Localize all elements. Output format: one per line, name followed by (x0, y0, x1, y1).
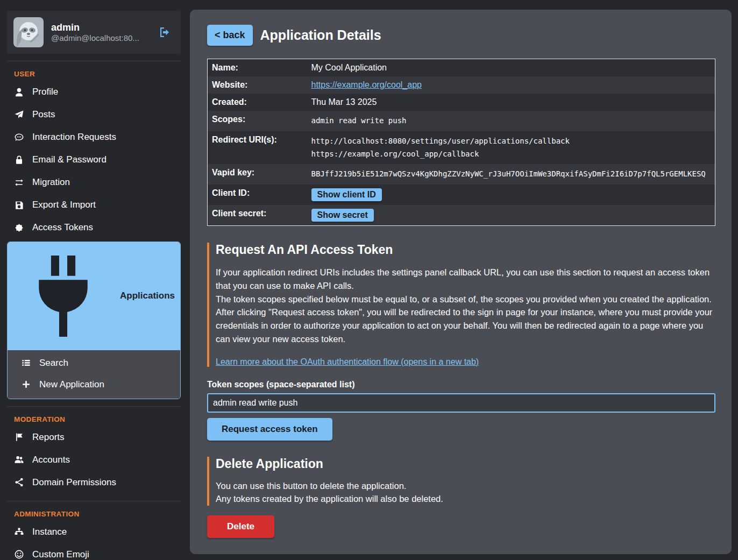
redirect-uri: http://localhost:8080/settings/user/appl… (311, 135, 711, 148)
delete-info-line: You can use this button to delete the ap… (216, 480, 715, 493)
sidebar-divider (7, 61, 181, 61)
sidebar-item-posts[interactable]: Posts (7, 103, 181, 126)
table-row-client-id: Client ID: Show client ID (208, 185, 715, 205)
sidebar-item-label: New Application (39, 379, 104, 390)
table-row-created: Created: Thu Mar 13 2025 (208, 94, 715, 111)
users-icon (14, 455, 24, 465)
lock-icon (14, 155, 24, 165)
user-card: admin @admin@localhost:80... (7, 11, 181, 54)
sidebar-item-domain-permissions[interactable]: Domain Permissions (7, 471, 181, 494)
show-secret-button[interactable]: Show secret (311, 209, 374, 222)
sidebar-item-label: Accounts (32, 455, 70, 465)
plus-icon (21, 379, 31, 389)
table-row-vapid-key: Vapid key: BBJffJ219b5iE512m7wQSzv4KgKDh… (208, 164, 715, 185)
token-scopes-input[interactable] (207, 393, 715, 413)
vapid-value: BBJffJ219b5iE512m7wQSzv4KgKDhgZZVzNyWC_r… (307, 164, 715, 185)
table-row-redirect-uris: Redirect URI(s): http://localhost:8080/s… (208, 131, 715, 165)
sidebar-item-label: Migration (32, 177, 70, 188)
sidebar-item-label: Interaction Requests (32, 132, 116, 143)
floppy-disk-icon (14, 200, 24, 210)
sidebar-item-label: Access Tokens (32, 222, 93, 233)
sidebar-item-email-password[interactable]: Email & Password (7, 148, 181, 171)
request-token-heading: Request An API Access Token (216, 243, 715, 257)
sidebar-item-new-application[interactable]: New Application (8, 374, 180, 395)
smile-icon (14, 549, 24, 559)
sidebar-item-label: Instance (32, 527, 67, 537)
redirect-label: Redirect URI(s): (208, 131, 307, 165)
table-row-scopes: Scopes: admin read write push (208, 111, 715, 131)
paper-plane-icon (14, 110, 24, 120)
sidebar-divider (7, 501, 181, 501)
sidebar-item-reports[interactable]: Reports (7, 426, 181, 449)
table-row-website: Website: https://example.org/cool_app (208, 76, 715, 94)
table-row-name: Name: My Cool Application (208, 59, 715, 77)
delete-application-section: Delete Application You can use this butt… (207, 457, 715, 506)
request-access-token-button[interactable]: Request access token (207, 418, 332, 441)
avatar (13, 17, 44, 47)
sidebar-item-label: Profile (32, 87, 58, 97)
page-title: Application Details (260, 27, 381, 43)
name-label: Name: (208, 59, 307, 77)
user-display-name: admin (51, 22, 150, 33)
share-nodes-icon (14, 477, 24, 487)
back-button[interactable]: < back (207, 25, 253, 46)
sidebar-section-user: USER (14, 70, 181, 78)
scopes-label: Scopes: (208, 111, 307, 131)
redirect-values: http://localhost:8080/settings/user/appl… (307, 131, 715, 165)
created-label: Created: (208, 94, 307, 111)
application-details-table: Name: My Cool Application Website: https… (207, 59, 715, 226)
user-handle: @admin@localhost:80... (51, 33, 150, 42)
certificate-icon (14, 223, 24, 233)
sidebar-item-label: Posts (32, 109, 55, 120)
vapid-label: Vapid key: (208, 164, 307, 185)
user-icon (14, 87, 24, 97)
request-token-section: Request An API Access Token If your appl… (207, 243, 715, 367)
delete-application-heading: Delete Application (216, 457, 715, 471)
sidebar-section-moderation: MODERATION (14, 415, 181, 423)
sitemap-icon (14, 527, 24, 537)
sidebar-item-interaction-requests[interactable]: Interaction Requests (7, 126, 181, 148)
sidebar-divider (7, 406, 181, 407)
sidebar-item-profile[interactable]: Profile (7, 81, 181, 103)
website-link[interactable]: https://example.org/cool_app (311, 80, 422, 89)
sidebar-item-export-import[interactable]: Export & Import (7, 194, 181, 216)
website-label: Website: (208, 76, 307, 94)
delete-info-line: Any tokens created by the application wi… (216, 493, 715, 506)
arrows-exchange-icon (14, 178, 24, 188)
sidebar-item-label: Domain Permissions (32, 477, 116, 488)
sidebar-item-access-tokens[interactable]: Access Tokens (7, 216, 181, 239)
sidebar: admin @admin@localhost:80... USER Profil… (0, 0, 190, 560)
delete-button[interactable]: Delete (207, 515, 274, 538)
sidebar-item-label: Email & Password (32, 154, 107, 165)
name-value: My Cool Application (307, 59, 715, 77)
sidebar-item-applications[interactable]: Applications (8, 242, 180, 350)
sidebar-item-label: Applications (120, 290, 175, 301)
show-client-id-button[interactable]: Show client ID (311, 188, 382, 201)
request-token-paragraph: The token scopes specified below must be… (216, 293, 715, 306)
sidebar-item-accounts[interactable]: Accounts (7, 449, 181, 471)
created-value: Thu Mar 13 2025 (307, 94, 715, 111)
sidebar-item-custom-emoji[interactable]: Custom Emoji (7, 543, 181, 560)
sloth-avatar-icon (13, 17, 44, 47)
client-secret-label: Client secret: (208, 205, 307, 226)
sidebar-item-label: Search (39, 358, 68, 368)
table-row-client-secret: Client secret: Show secret (208, 205, 715, 226)
sidebar-item-instance[interactable]: Instance (7, 521, 181, 543)
main-panel: < back Application Details Name: My Cool… (190, 10, 732, 554)
page-header: < back Application Details (207, 25, 715, 46)
scopes-value: admin read write push (307, 111, 715, 131)
request-token-paragraph: After clicking "Request access token", y… (216, 306, 715, 345)
sidebar-item-label: Export & Import (32, 200, 96, 210)
sidebar-item-applications-search[interactable]: Search (8, 352, 180, 374)
redirect-uri: https://example.org/cool_app/callback (311, 148, 711, 161)
applications-submenu: Search New Application (8, 350, 180, 399)
sidebar-group-applications: Applications Search New Application (7, 242, 181, 399)
request-token-paragraph: If your application redirect URIs includ… (216, 266, 715, 293)
flag-icon (14, 432, 24, 442)
sidebar-item-migration[interactable]: Migration (7, 171, 181, 194)
comment-dots-icon (14, 132, 24, 143)
sidebar-item-label: Reports (32, 432, 65, 443)
oauth-docs-link[interactable]: Learn more about the OAuth authenticatio… (216, 357, 479, 367)
plug-icon (15, 247, 112, 345)
sign-out-icon[interactable] (157, 25, 172, 40)
